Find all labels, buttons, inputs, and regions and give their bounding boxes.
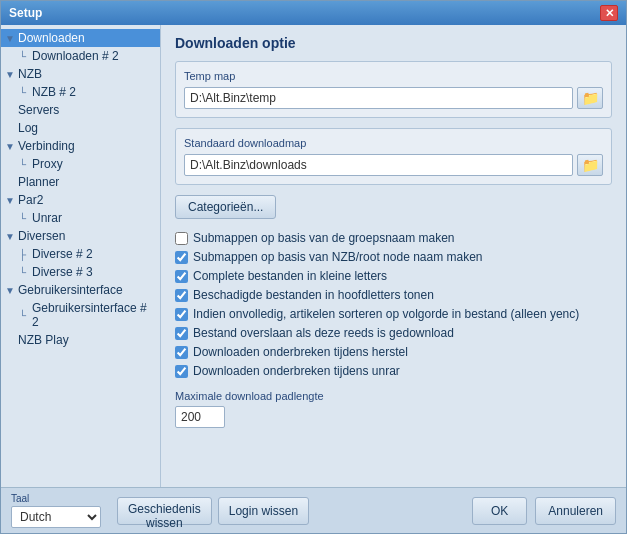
temp-map-group: Temp map 📁 [175, 61, 612, 118]
language-label: Taal [11, 493, 101, 504]
checkbox-label-5: Indien onvolledig, artikelen sorteren op… [193, 307, 579, 321]
login-button[interactable]: Login wissen [218, 497, 309, 525]
close-button[interactable]: ✕ [600, 5, 618, 21]
checkbox-item-6[interactable]: Bestand overslaan als deze reeds is gedo… [175, 326, 612, 340]
checkbox-label-7: Downloaden onderbreken tijdens herstel [193, 345, 408, 359]
checkbox-item-3[interactable]: Complete bestanden in kleine letters [175, 269, 612, 283]
expand-icon: ▼ [5, 231, 15, 242]
branch-icon: └ [19, 159, 29, 170]
max-length-input[interactable] [175, 406, 225, 428]
sidebar-item-gebruikersinterface2[interactable]: └ Gebruikersinterface # 2 [1, 299, 160, 331]
language-select[interactable]: Dutch English German French [11, 506, 101, 528]
checkbox-item-1[interactable]: Submappen op basis van de groepsnaam mak… [175, 231, 612, 245]
checkbox-8[interactable] [175, 365, 188, 378]
sidebar-item-label: Par2 [18, 193, 43, 207]
sidebar-item-label: Verbinding [18, 139, 75, 153]
branch-icon: └ [19, 87, 29, 98]
checkbox-item-7[interactable]: Downloaden onderbreken tijdens herstel [175, 345, 612, 359]
sidebar-item-nzb[interactable]: ▼ NZB [1, 65, 160, 83]
sidebar-item-label: Downloaden # 2 [32, 49, 119, 63]
sidebar-item-proxy[interactable]: └ Proxy [1, 155, 160, 173]
checkbox-item-2[interactable]: Submappen op basis van NZB/root node naa… [175, 250, 612, 264]
sidebar-item-nzb2[interactable]: └ NZB # 2 [1, 83, 160, 101]
download-map-input[interactable] [184, 154, 573, 176]
checkbox-3[interactable] [175, 270, 188, 283]
checkbox-item-4[interactable]: Beschadigde bestanden in hoofdletters to… [175, 288, 612, 302]
sidebar-item-par2[interactable]: ▼ Par2 [1, 191, 160, 209]
checkbox-label-3: Complete bestanden in kleine letters [193, 269, 387, 283]
sidebar-item-label: NZB # 2 [32, 85, 76, 99]
sidebar-item-label: Downloaden [18, 31, 85, 45]
sidebar-item-nzbplay[interactable]: NZB Play [1, 331, 160, 349]
checkbox-4[interactable] [175, 289, 188, 302]
categories-button[interactable]: Categorieën... [175, 195, 276, 219]
checkbox-label-4: Beschadigde bestanden in hoofdletters to… [193, 288, 434, 302]
sidebar-item-label: NZB Play [18, 333, 69, 347]
temp-map-input-row: 📁 [184, 87, 603, 109]
sidebar-item-label: Planner [18, 175, 59, 189]
branch-icon: ├ [19, 249, 29, 260]
checkbox-item-5[interactable]: Indien onvolledig, artikelen sorteren op… [175, 307, 612, 321]
expand-icon: ▼ [5, 33, 15, 44]
checkbox-label-1: Submappen op basis van de groepsnaam mak… [193, 231, 455, 245]
sidebar-item-verbinding[interactable]: ▼ Verbinding [1, 137, 160, 155]
sidebar: ▼ Downloaden └ Downloaden # 2 ▼ NZB └ NZ… [1, 25, 161, 487]
sidebar-item-label: Servers [18, 103, 59, 117]
sidebar-item-log[interactable]: Log [1, 119, 160, 137]
max-length-label: Maximale download padlengte [175, 390, 612, 402]
download-map-input-row: 📁 [184, 154, 603, 176]
download-map-label: Standaard downloadmap [184, 137, 603, 149]
sidebar-item-label: Log [18, 121, 38, 135]
temp-map-label: Temp map [184, 70, 603, 82]
section-title: Downloaden optie [175, 35, 612, 51]
checkbox-6[interactable] [175, 327, 188, 340]
checkbox-label-6: Bestand overslaan als deze reeds is gedo… [193, 326, 454, 340]
checkbox-7[interactable] [175, 346, 188, 359]
checkbox-label-8: Downloaden onderbreken tijdens unrar [193, 364, 400, 378]
sidebar-item-label: NZB [18, 67, 42, 81]
bottom-action-buttons: Geschiedeniswissen Login wissen [117, 497, 309, 525]
history-button[interactable]: Geschiedeniswissen [117, 497, 212, 525]
title-bar: Setup ✕ [1, 1, 626, 25]
sidebar-item-servers[interactable]: Servers [1, 101, 160, 119]
sidebar-item-diverse2[interactable]: ├ Diverse # 2 [1, 245, 160, 263]
sidebar-item-unrar[interactable]: └ Unrar [1, 209, 160, 227]
sidebar-item-label: Unrar [32, 211, 62, 225]
language-section: Taal Dutch English German French [11, 493, 101, 528]
sidebar-item-downloaden[interactable]: ▼ Downloaden [1, 29, 160, 47]
checkbox-2[interactable] [175, 251, 188, 264]
branch-icon: └ [19, 267, 29, 278]
sidebar-item-label: Proxy [32, 157, 63, 171]
checkbox-label-2: Submappen op basis van NZB/root node naa… [193, 250, 483, 264]
branch-icon: └ [19, 51, 29, 62]
checkbox-1[interactable] [175, 232, 188, 245]
sidebar-item-diversen[interactable]: ▼ Diversen [1, 227, 160, 245]
expand-icon: ▼ [5, 141, 15, 152]
download-map-folder-button[interactable]: 📁 [577, 154, 603, 176]
expand-icon: ▼ [5, 285, 15, 296]
sidebar-item-gebruikersinterface[interactable]: ▼ Gebruikersinterface [1, 281, 160, 299]
download-map-group: Standaard downloadmap 📁 [175, 128, 612, 185]
branch-icon: └ [19, 213, 29, 224]
sidebar-item-label: Diverse # 2 [32, 247, 93, 261]
sidebar-item-label: Gebruikersinterface # 2 [32, 301, 156, 329]
cancel-button[interactable]: Annuleren [535, 497, 616, 525]
ok-button[interactable]: OK [472, 497, 527, 525]
sidebar-item-diverse3[interactable]: └ Diverse # 3 [1, 263, 160, 281]
sidebar-item-downloaden2[interactable]: └ Downloaden # 2 [1, 47, 160, 65]
window-title: Setup [9, 6, 42, 20]
bottom-bar: Taal Dutch English German French Geschie… [1, 487, 626, 533]
sidebar-item-label: Diverse # 3 [32, 265, 93, 279]
checkbox-list: Submappen op basis van de groepsnaam mak… [175, 231, 612, 378]
sidebar-item-label: Diversen [18, 229, 65, 243]
right-panel: Downloaden optie Temp map 📁 Standaard do… [161, 25, 626, 487]
max-length-section: Maximale download padlengte [175, 390, 612, 428]
checkbox-item-8[interactable]: Downloaden onderbreken tijdens unrar [175, 364, 612, 378]
temp-map-input[interactable] [184, 87, 573, 109]
temp-map-folder-button[interactable]: 📁 [577, 87, 603, 109]
sidebar-item-planner[interactable]: Planner [1, 173, 160, 191]
expand-icon: ▼ [5, 69, 15, 80]
sidebar-item-label: Gebruikersinterface [18, 283, 123, 297]
setup-window: Setup ✕ ▼ Downloaden └ Downloaden # 2 ▼ … [0, 0, 627, 534]
checkbox-5[interactable] [175, 308, 188, 321]
